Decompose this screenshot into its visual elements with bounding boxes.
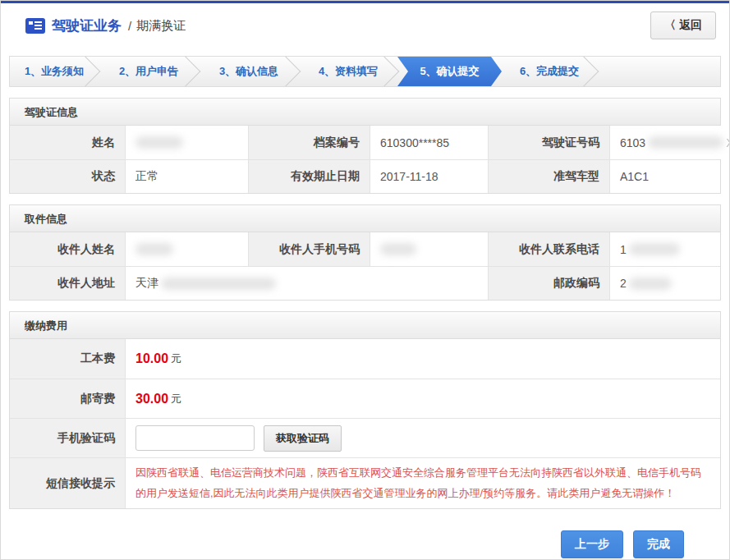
page-header: 驾驶证业务 / 期满换证 〈 返回 [1,3,729,48]
field-label: 驾驶证号码 [488,126,609,159]
list-card-icon [25,18,45,34]
back-button-label: 返回 [679,18,702,33]
table-row: 收件人地址 天津 邮政编码 2 [10,266,720,300]
section-fees: 缴纳费用 工本费 10.00元 邮寄费 30.00元 手机验证码 获取验证码 短… [9,311,721,509]
previous-step-button[interactable]: 上一步 [561,530,623,558]
table-row: 姓名 档案编号 610300****85 驾驶证号码 6103 X [10,126,720,159]
section-pickup-info: 取件信息 收件人姓名 收件人手机号码 收件人联系电话 1 收件人地址 天津 邮政… [9,204,721,301]
tabs-filler [597,57,720,86]
page: 驾驶证业务 / 期满换证 〈 返回 1、业务须知 2、用户申告 3、确认信息 4… [0,0,730,560]
redacted-value [135,243,173,255]
section-title: 驾驶证信息 [10,99,720,126]
field-label: 状态 [10,159,125,193]
table-row: 收件人姓名 收件人手机号码 收件人联系电话 1 [10,232,720,266]
redacted-value [380,243,416,255]
field-label: 短信接收提示 [10,457,125,508]
fee-amount: 30.00 [135,392,168,406]
redacted-value [629,243,680,255]
field-label: 准驾车型 [488,159,609,193]
tab-step-4[interactable]: 4、资料填写 [299,57,397,86]
get-code-button[interactable]: 获取验证码 [264,425,342,452]
field-value-production-fee: 10.00元 [125,339,720,379]
fee-amount: 10.00 [135,351,168,366]
sms-notice-text: 因陕西省联通、电信运营商技术问题，陕西省互联网交通安全综合服务管理平台无法向持陕… [135,463,710,503]
field-label: 收件人联系电话 [488,232,609,266]
table-row: 短信接收提示 因陕西省联通、电信运营商技术问题，陕西省互联网交通安全综合服务管理… [10,457,720,508]
field-value-license-number: 6103 X [609,126,730,159]
section-title: 取件信息 [10,205,720,232]
verification-code-input[interactable] [135,425,255,451]
field-label: 姓名 [10,126,125,159]
tab-step-2[interactable]: 2、用户申告 [99,57,199,86]
field-label: 工本费 [10,339,125,379]
field-value-file-number: 610300****85 [370,126,488,159]
page-title: 驾驶证业务 [52,16,122,35]
redacted-value [629,278,672,290]
breadcrumb-separator: / [128,19,131,33]
field-value-recipient-mobile [370,232,488,266]
tab-step-5-active[interactable]: 5、确认提交 [397,57,502,86]
tab-step-1[interactable]: 1、业务须知 [10,57,99,86]
section-title: 缴纳费用 [10,312,720,339]
field-value-address: 天津 [125,266,488,300]
redacted-value [648,136,723,149]
table-row: 状态 正常 有效期止日期 2017-11-18 准驾车型 A1C1 [10,159,720,193]
field-value-postal-code: 2 [609,266,720,300]
table-row: 邮寄费 30.00元 [10,379,720,418]
field-label: 收件人手机号码 [248,232,370,266]
field-label: 有效期止日期 [248,159,370,193]
field-value-expiry-date: 2017-11-18 [370,159,488,193]
field-value-recipient-name [125,232,248,266]
field-label: 邮政编码 [488,266,609,300]
finish-button[interactable]: 完成 [633,530,684,558]
field-value-postage-fee: 30.00元 [125,379,720,418]
footer-actions: 上一步 完成 [1,530,684,558]
verification-code-row: 获取验证码 [125,418,720,457]
chevron-left-icon: 〈 [664,18,676,33]
field-label: 档案编号 [248,126,370,159]
field-value-recipient-phone: 1 [609,232,720,266]
fee-unit: 元 [171,392,181,406]
fee-unit: 元 [171,351,181,366]
field-label: 收件人姓名 [10,232,125,266]
tab-step-6[interactable]: 6、完成提交 [502,57,597,86]
field-label: 收件人地址 [10,266,125,300]
table-row: 手机验证码 获取验证码 [10,418,720,457]
redacted-value [161,278,276,290]
breadcrumb-current: 期满换证 [136,18,186,34]
back-button[interactable]: 〈 返回 [650,11,716,39]
table-row: 工本费 10.00元 [10,339,720,379]
sms-notice-row: 因陕西省联通、电信运营商技术问题，陕西省互联网交通安全综合服务管理平台无法向持陕… [125,457,720,508]
field-value-name [125,126,248,159]
field-label: 手机验证码 [10,418,125,457]
tab-step-3[interactable]: 3、确认信息 [199,57,299,86]
field-value-status: 正常 [125,159,248,193]
section-license-info: 驾驶证信息 姓名 档案编号 610300****85 驾驶证号码 6103 X … [9,98,721,194]
field-value-vehicle-class: A1C1 [609,159,720,193]
redacted-value [135,136,183,149]
step-progress-bar: 1、业务须知 2、用户申告 3、确认信息 4、资料填写 5、确认提交 6、完成提… [9,56,721,87]
field-label: 邮寄费 [10,379,125,418]
